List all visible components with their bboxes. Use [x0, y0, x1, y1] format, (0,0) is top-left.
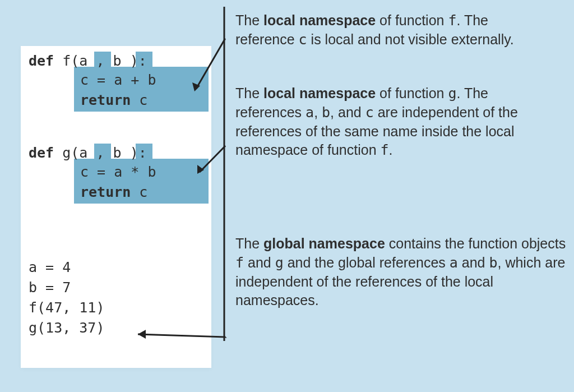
- code-panel: def f(a , b ): c = a + b return c def g(…: [21, 46, 211, 368]
- code-def-g: def g(a , b ):: [29, 144, 147, 163]
- code-call-f: f(47, 11): [29, 298, 104, 317]
- code-f-return: return c: [80, 91, 147, 110]
- code-def-f: def f(a , b ):: [29, 52, 147, 71]
- code-g-return: return c: [80, 183, 147, 202]
- code-f-body1: c = a + b: [80, 71, 156, 90]
- code-global-a: a = 4: [29, 258, 71, 277]
- code-global-b: b = 7: [29, 278, 71, 297]
- code-g-body1: c = a * b: [80, 163, 156, 182]
- annotation-local-g: The local namespace of function g. The r…: [235, 84, 549, 160]
- code-call-g: g(13, 37): [29, 319, 104, 338]
- annotation-global: The global namespace contains the functi…: [235, 234, 566, 310]
- annotation-local-f: The local namespace of function f. The r…: [235, 11, 549, 49]
